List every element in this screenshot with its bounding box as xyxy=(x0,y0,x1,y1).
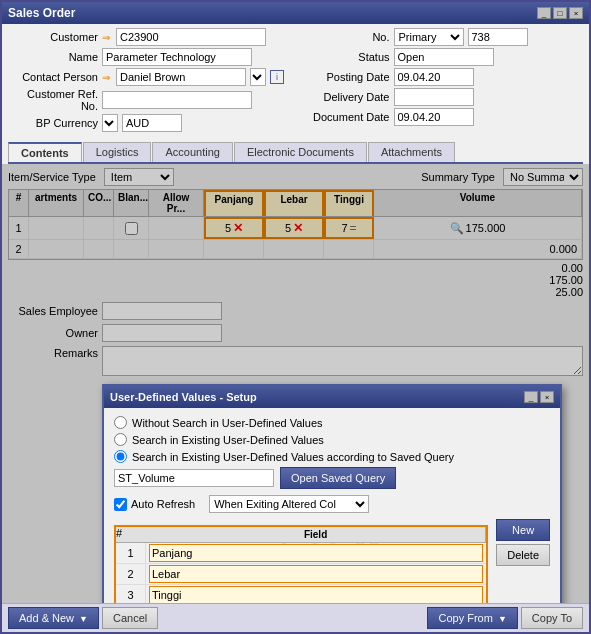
customer-label: Customer xyxy=(8,31,98,43)
add-new-button[interactable]: Add & New ▼ xyxy=(8,607,99,629)
auto-refresh-checkbox[interactable] xyxy=(114,498,127,511)
name-row: Name xyxy=(8,48,292,66)
spacer xyxy=(161,607,424,629)
form-two-col: Customer ⇒ Name Contact Person ⇒ i Custo… xyxy=(8,28,583,134)
modal-action-buttons: New Delete xyxy=(496,519,550,603)
modal-grid-section: STEM INNOVATION · DESIGN · VALUE # Field xyxy=(114,519,550,603)
no-primary-select[interactable]: Primary xyxy=(394,28,464,46)
bottom-bar: Add & New ▼ Cancel Copy From ▼ Copy To xyxy=(2,603,589,632)
status-label: Status xyxy=(300,51,390,63)
copy-from-button[interactable]: Copy From ▼ xyxy=(427,607,517,629)
modal-cell-1-field: Panjang xyxy=(146,543,486,563)
cancel-button[interactable]: Cancel xyxy=(102,607,158,629)
currency-input[interactable] xyxy=(122,114,182,132)
tab-attachments[interactable]: Attachments xyxy=(368,142,455,162)
posting-label: Posting Date xyxy=(300,71,390,83)
modal-grid-row-3: 3 Tinggi xyxy=(116,585,486,603)
radio-search-query[interactable] xyxy=(114,450,127,463)
modal-controls: _ × xyxy=(524,391,554,403)
modal-auto-refresh-row: Auto Refresh When Exiting Altered Col xyxy=(114,495,550,513)
radio-search-existing-label: Search in Existing User-Defined Values xyxy=(132,434,324,446)
status-input xyxy=(394,48,494,66)
copy-to-button[interactable]: Copy To xyxy=(521,607,583,629)
title-bar: Sales Order _ □ × xyxy=(2,2,589,24)
name-label: Name xyxy=(8,51,98,63)
radio-row-1: Without Search in User-Defined Values xyxy=(114,416,550,429)
modal-title-text: User-Defined Values - Setup xyxy=(110,391,257,403)
delivery-input[interactable] xyxy=(394,88,474,106)
modal-minimize-button[interactable]: _ xyxy=(524,391,538,403)
grid-and-buttons: # Field 1 Panjang xyxy=(114,519,550,603)
form-left: Customer ⇒ Name Contact Person ⇒ i Custo… xyxy=(8,28,292,134)
modal-close-button[interactable]: × xyxy=(540,391,554,403)
tab-accounting[interactable]: Accounting xyxy=(152,142,232,162)
ref-label: Customer Ref. No. xyxy=(8,88,98,112)
auto-refresh-checkbox-row: Auto Refresh xyxy=(114,498,195,511)
radio-no-search-label: Without Search in User-Defined Values xyxy=(132,417,323,429)
user-defined-values-modal: User-Defined Values - Setup _ × Without … xyxy=(102,384,562,603)
delivery-label: Delivery Date xyxy=(300,91,390,103)
posting-input[interactable] xyxy=(394,68,474,86)
contact-arrow-icon: ⇒ xyxy=(102,72,110,83)
minimize-button[interactable]: _ xyxy=(537,7,551,19)
customer-row: Customer ⇒ xyxy=(8,28,292,46)
open-saved-query-button[interactable]: Open Saved Query xyxy=(280,467,396,489)
field-select-2[interactable]: Lebar xyxy=(149,565,483,583)
copy-from-arrow: ▼ xyxy=(498,614,507,624)
ref-row: Customer Ref. No. xyxy=(8,88,292,112)
contact-input[interactable] xyxy=(116,68,246,86)
no-input[interactable] xyxy=(468,28,528,46)
contact-select[interactable] xyxy=(250,68,266,86)
tab-electronic[interactable]: Electronic Documents xyxy=(234,142,367,162)
info-icon[interactable]: i xyxy=(270,70,284,84)
field-select-3[interactable]: Tinggi xyxy=(149,586,483,603)
tab-logistics[interactable]: Logistics xyxy=(83,142,152,162)
document-row: Document Date xyxy=(300,108,584,126)
currency-select[interactable] xyxy=(102,114,118,132)
modal-grid-container: # Field 1 Panjang xyxy=(114,519,488,603)
modal-grid-header: # Field xyxy=(116,527,486,543)
form-area: Customer ⇒ Name Contact Person ⇒ i Custo… xyxy=(2,24,589,138)
radio-no-search[interactable] xyxy=(114,416,127,429)
tabs: Contents Logistics Accounting Electronic… xyxy=(8,142,583,164)
delivery-row: Delivery Date xyxy=(300,88,584,106)
modal-grid-col-num: # xyxy=(116,527,146,542)
currency-label: BP Currency xyxy=(8,117,98,129)
currency-row: BP Currency xyxy=(8,114,292,132)
modal-grid-row-1: 1 Panjang xyxy=(116,543,486,564)
document-input[interactable] xyxy=(394,108,474,126)
modal-title-bar: User-Defined Values - Setup _ × xyxy=(104,386,560,408)
radio-row-3: Search in Existing User-Defined Values a… xyxy=(114,450,550,463)
close-button[interactable]: × xyxy=(569,7,583,19)
radio-row-2: Search in Existing User-Defined Values xyxy=(114,433,550,446)
ref-input[interactable] xyxy=(102,91,252,109)
document-label: Document Date xyxy=(300,111,390,123)
field-name-input[interactable] xyxy=(114,469,274,487)
modal-cell-3-num: 3 xyxy=(116,585,146,603)
customer-input[interactable] xyxy=(116,28,266,46)
modal-grid-col-field: Field xyxy=(146,527,486,542)
name-input[interactable] xyxy=(102,48,252,66)
modal-cell-3-field: Tinggi xyxy=(146,585,486,603)
modal-cell-2-num: 2 xyxy=(116,564,146,584)
tabs-area: Contents Logistics Accounting Electronic… xyxy=(2,138,589,164)
modal-grid-body: 1 Panjang 2 Lebar xyxy=(116,543,486,603)
field-select-1[interactable]: Panjang xyxy=(149,544,483,562)
radio-search-existing[interactable] xyxy=(114,433,127,446)
status-row: Status xyxy=(300,48,584,66)
auto-refresh-select[interactable]: When Exiting Altered Col xyxy=(209,495,369,513)
tab-contents[interactable]: Contents xyxy=(8,142,82,162)
modal-grid-row-2: 2 Lebar xyxy=(116,564,486,585)
form-right: No. Primary Status Posting Date Delivery… xyxy=(300,28,584,134)
delete-button[interactable]: Delete xyxy=(496,544,550,566)
maximize-button[interactable]: □ xyxy=(553,7,567,19)
modal-grid: # Field 1 Panjang xyxy=(114,525,488,603)
radio-search-query-label: Search in Existing User-Defined Values a… xyxy=(132,451,454,463)
content-area: Item/Service Type Item Summary Type No S… xyxy=(2,164,589,603)
posting-row: Posting Date xyxy=(300,68,584,86)
modal-body: Without Search in User-Defined Values Se… xyxy=(104,408,560,603)
new-button[interactable]: New xyxy=(496,519,550,541)
add-new-arrow: ▼ xyxy=(79,614,88,624)
contact-label: Contact Person xyxy=(8,71,98,83)
modal-cell-2-field: Lebar xyxy=(146,564,486,584)
